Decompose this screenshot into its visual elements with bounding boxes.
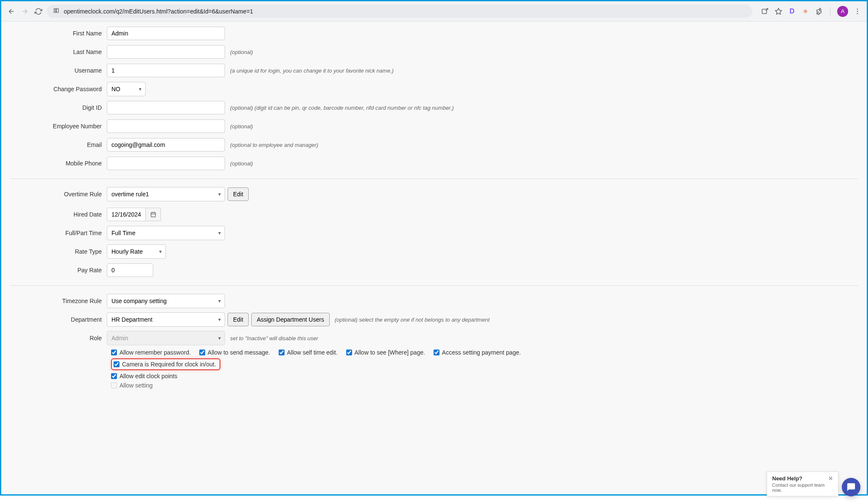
- check-where-page[interactable]: Allow to see [Where] page.: [346, 349, 425, 356]
- department-hint: (optional) select the empty one if not b…: [335, 317, 490, 323]
- svg-point-6: [857, 11, 858, 12]
- checkbox[interactable]: [111, 373, 117, 379]
- pay-rate-label: Pay Rate: [10, 267, 107, 274]
- role-select: Admin: [107, 331, 225, 345]
- last-name-input[interactable]: [107, 45, 225, 59]
- department-select[interactable]: HR Department: [107, 312, 225, 327]
- section-divider: [10, 179, 858, 179]
- last-name-label: Last Name: [10, 49, 107, 55]
- svg-rect-0: [54, 8, 56, 10]
- checkbox[interactable]: [199, 350, 205, 355]
- overtime-rule-label: Overtime Rule: [10, 191, 107, 198]
- employee-number-input[interactable]: [107, 119, 225, 133]
- username-label: Username: [10, 67, 107, 74]
- svg-rect-8: [151, 212, 155, 217]
- help-title: Need Help?: [772, 475, 803, 482]
- help-close-icon[interactable]: ✕: [828, 475, 833, 482]
- svg-point-5: [857, 8, 858, 10]
- change-password-label: Change Password: [10, 86, 107, 92]
- department-label: Department: [10, 316, 107, 323]
- checkbox[interactable]: [434, 350, 439, 355]
- bookmark-star-icon[interactable]: [774, 7, 783, 16]
- role-label: Role: [10, 335, 107, 341]
- svg-rect-2: [57, 8, 59, 12]
- mobile-phone-label: Mobile Phone: [10, 160, 107, 167]
- username-input[interactable]: [107, 64, 225, 77]
- email-hint: (optional to employee and manager): [230, 142, 318, 148]
- digit-id-label: Digit ID: [10, 104, 107, 111]
- full-part-label: Full/Part Time: [10, 230, 107, 236]
- timezone-select[interactable]: Use company setting: [107, 294, 225, 308]
- mobile-phone-input[interactable]: [107, 157, 225, 170]
- email-label: Email: [10, 141, 107, 148]
- check-remember-password[interactable]: Allow remember password.: [111, 349, 191, 356]
- profile-avatar[interactable]: A: [837, 6, 848, 17]
- checkbox[interactable]: [279, 350, 285, 355]
- chat-bubble-icon[interactable]: [842, 478, 860, 496]
- svg-marker-4: [776, 8, 782, 14]
- address-bar[interactable]: opentimeclock.com/q2/mEditUsers.html?act…: [47, 5, 752, 18]
- url-text: opentimeclock.com/q2/mEditUsers.html?act…: [64, 8, 253, 15]
- check-self-time-edit[interactable]: Allow self time edit.: [279, 349, 338, 356]
- overtime-rule-select[interactable]: overtime rule1: [107, 187, 225, 201]
- check-camera-required[interactable]: Camera is Required for clock in/out.: [114, 361, 216, 368]
- extension-d-icon[interactable]: D: [788, 7, 796, 16]
- employee-number-label: Employee Number: [10, 123, 107, 130]
- check-send-message[interactable]: Allow to send message.: [199, 349, 270, 356]
- checkbox[interactable]: [111, 350, 117, 355]
- share-icon[interactable]: [761, 7, 769, 16]
- svg-rect-3: [762, 9, 767, 14]
- extension-snap-icon[interactable]: ✳: [801, 7, 810, 16]
- section-divider-2: [10, 285, 858, 286]
- svg-rect-1: [54, 11, 56, 12]
- highlighted-camera-checkbox: Camera is Required for clock in/out.: [111, 358, 220, 370]
- check-allow-setting[interactable]: Allow setting: [111, 382, 153, 389]
- mobile-phone-hint: (optional): [230, 160, 253, 167]
- calendar-icon[interactable]: [146, 208, 161, 221]
- digit-id-input[interactable]: [107, 101, 225, 114]
- digit-id-hint: (optional) (digit id can be pin, qr code…: [230, 105, 454, 111]
- rate-type-label: Rate Type: [10, 248, 107, 255]
- checkbox: [111, 382, 117, 388]
- page-content: First Name Last Name (optional) Username…: [1, 22, 867, 494]
- role-hint: set to "Inactive" will disable this user: [230, 335, 318, 341]
- extensions-icon[interactable]: [815, 7, 823, 16]
- reload-button[interactable]: [33, 6, 43, 16]
- help-subtitle: Contact our support team now.: [772, 482, 833, 493]
- username-hint: (a unique id for login, you can change i…: [230, 68, 393, 74]
- help-widget[interactable]: Need Help? ✕ Contact our support team no…: [767, 471, 838, 496]
- full-part-select[interactable]: Full Time: [107, 226, 225, 240]
- first-name-label: First Name: [10, 30, 107, 37]
- department-edit-button[interactable]: Edit: [228, 313, 249, 326]
- overtime-edit-button[interactable]: Edit: [228, 187, 249, 201]
- rate-type-select[interactable]: Hourly Rate: [107, 244, 166, 259]
- assign-department-users-button[interactable]: Assign Department Users: [251, 313, 330, 326]
- timezone-label: Timezone Rule: [10, 298, 107, 304]
- svg-point-7: [857, 13, 858, 14]
- divider: [830, 7, 830, 16]
- back-button[interactable]: [6, 6, 16, 16]
- browser-toolbar: opentimeclock.com/q2/mEditUsers.html?act…: [1, 1, 867, 22]
- pay-rate-input[interactable]: [107, 263, 153, 277]
- site-info-icon[interactable]: [53, 7, 60, 15]
- checkbox[interactable]: [114, 361, 119, 367]
- hired-date-label: Hired Date: [10, 211, 107, 218]
- last-name-hint: (optional): [230, 49, 253, 55]
- forward-button[interactable]: [20, 6, 30, 16]
- toolbar-right: D ✳ A: [761, 6, 862, 17]
- change-password-select[interactable]: NO: [107, 82, 146, 96]
- employee-number-hint: (optional): [230, 123, 253, 130]
- hired-date-input[interactable]: [107, 208, 146, 221]
- check-payment-page[interactable]: Access setting payment page.: [434, 349, 521, 356]
- first-name-input[interactable]: [107, 27, 225, 40]
- menu-dots-icon[interactable]: [853, 7, 862, 16]
- email-input[interactable]: [107, 138, 225, 152]
- checkbox[interactable]: [346, 350, 352, 355]
- check-edit-clock-points[interactable]: Allow edit clock points: [111, 373, 177, 379]
